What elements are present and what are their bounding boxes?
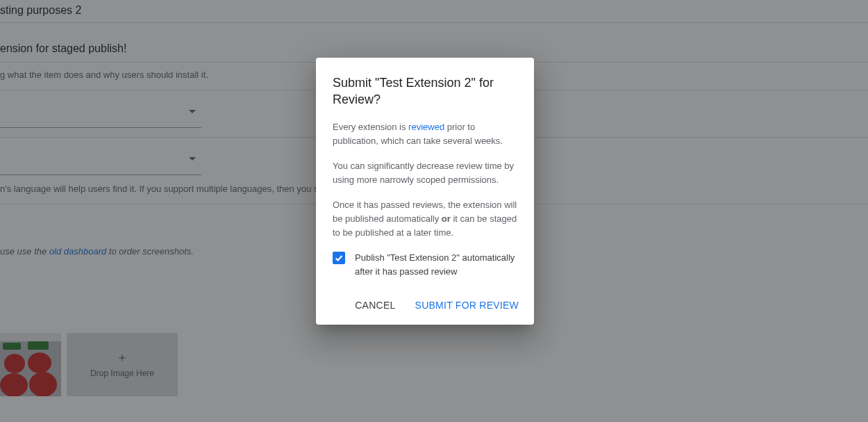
auto-publish-option[interactable]: Publish "Test Extension 2" automatically… [333, 251, 517, 279]
dialog-actions: CANCEL SUBMIT FOR REVIEW [333, 294, 526, 316]
auto-publish-checkbox[interactable] [333, 252, 345, 264]
check-icon [334, 253, 344, 263]
submit-for-review-button[interactable]: SUBMIT FOR REVIEW [408, 294, 526, 316]
dialog-title: Submit "Test Extension 2" for Review? [333, 74, 517, 108]
reviewed-link[interactable]: reviewed [408, 122, 444, 132]
dialog-body: Every extension is reviewed prior to pub… [333, 120, 517, 240]
cancel-button[interactable]: CANCEL [348, 294, 402, 316]
auto-publish-label: Publish "Test Extension 2" automatically… [355, 251, 517, 279]
submit-review-dialog: Submit "Test Extension 2" for Review? Ev… [316, 58, 534, 325]
